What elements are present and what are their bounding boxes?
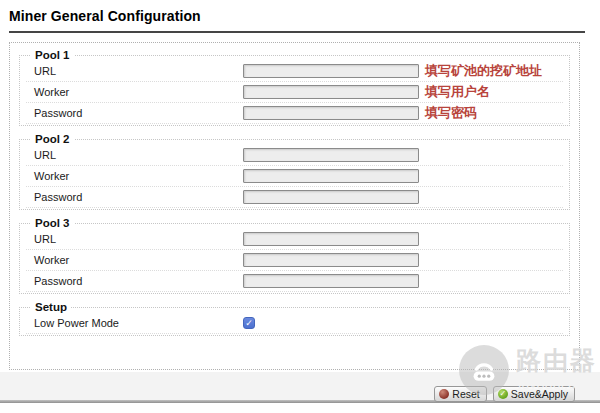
pool3-password-label: Password <box>26 275 243 287</box>
pool2-url-input[interactable] <box>243 148 419 162</box>
reset-button-label: Reset <box>452 388 479 400</box>
pool3-worker-row: Worker <box>26 250 563 271</box>
pool2-worker-label: Worker <box>26 170 243 182</box>
pool2-fieldset: Pool 2 URL Worker Password <box>19 133 570 210</box>
checkmark-icon: ✓ <box>245 318 253 328</box>
pool2-password-label: Password <box>26 191 243 203</box>
pool2-url-row: URL <box>26 145 563 166</box>
title-divider <box>9 31 585 33</box>
pool2-password-input[interactable] <box>243 190 419 204</box>
pool3-password-row: Password <box>26 271 563 292</box>
pool3-fieldset: Pool 3 URL Worker Password <box>19 217 570 294</box>
pool3-worker-label: Worker <box>26 254 243 266</box>
pool1-url-row: URL 填写矿池的挖矿地址 <box>26 61 563 82</box>
pool1-worker-annotation: 填写用户名 <box>425 83 490 101</box>
pool3-url-row: URL <box>26 229 563 250</box>
pool2-password-row: Password <box>26 187 563 208</box>
setup-legend: Setup <box>31 301 71 313</box>
save-apply-button[interactable]: ✓ Save&Apply <box>493 386 575 402</box>
pool1-password-label: Password <box>26 107 243 119</box>
pool1-password-input[interactable] <box>243 106 419 120</box>
pool1-fieldset: Pool 1 URL 填写矿池的挖矿地址 Worker 填写用户名 Passwo… <box>19 49 570 126</box>
pool1-url-label: URL <box>26 65 243 77</box>
low-power-mode-row: Low Power Mode ✓ <box>26 313 563 334</box>
pool1-worker-input[interactable] <box>243 85 419 99</box>
setup-fieldset: Setup Low Power Mode ✓ <box>19 301 570 336</box>
pool1-password-row: Password 填写密码 <box>26 103 563 124</box>
pool1-url-input[interactable] <box>243 64 419 78</box>
reset-icon <box>439 389 449 399</box>
pool1-worker-row: Worker 填写用户名 <box>26 82 563 103</box>
pool1-worker-label: Worker <box>26 86 243 98</box>
pool2-legend: Pool 2 <box>31 133 74 145</box>
pool2-worker-input[interactable] <box>243 169 419 183</box>
miner-config-page: Miner General Configuration Pool 1 URL 填… <box>0 0 600 413</box>
pool1-legend: Pool 1 <box>31 49 74 61</box>
reset-button[interactable]: Reset <box>434 386 486 402</box>
low-power-mode-checkbox[interactable]: ✓ <box>243 317 255 329</box>
pool1-password-annotation: 填写密码 <box>425 104 477 122</box>
pool3-password-input[interactable] <box>243 274 419 288</box>
config-form-container: Pool 1 URL 填写矿池的挖矿地址 Worker 填写用户名 Passwo… <box>9 42 580 370</box>
page-title: Miner General Configuration <box>9 8 201 24</box>
pool3-url-input[interactable] <box>243 232 419 246</box>
low-power-mode-label: Low Power Mode <box>26 317 243 329</box>
pool3-url-label: URL <box>26 233 243 245</box>
pool2-url-label: URL <box>26 149 243 161</box>
pool1-url-annotation: 填写矿池的挖矿地址 <box>425 62 542 80</box>
save-apply-button-label: Save&Apply <box>511 388 568 400</box>
pool2-worker-row: Worker <box>26 166 563 187</box>
pool3-legend: Pool 3 <box>31 217 74 229</box>
action-button-bar: Reset ✓ Save&Apply <box>434 386 575 402</box>
save-apply-icon: ✓ <box>498 389 508 399</box>
pool3-worker-input[interactable] <box>243 253 419 267</box>
